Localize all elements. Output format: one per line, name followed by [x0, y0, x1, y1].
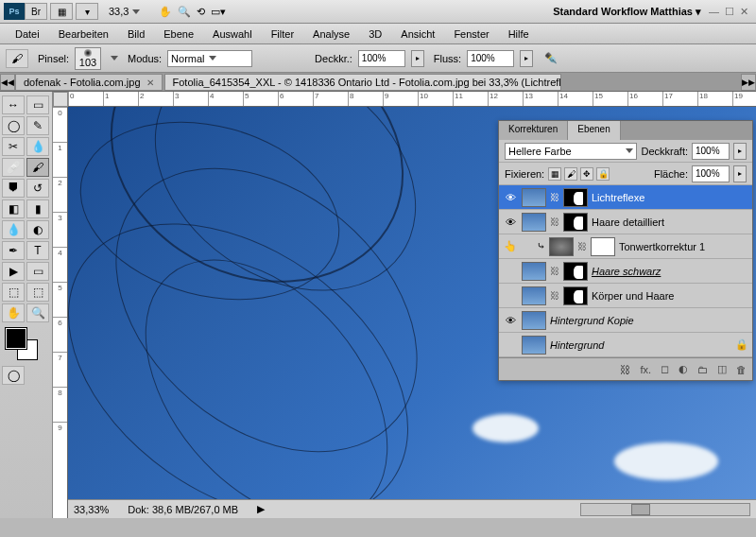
layer-name[interactable]: Haare detailliert	[592, 217, 748, 228]
visibility-icon[interactable]: 👆	[503, 239, 518, 254]
layer-row[interactable]: 👆 ⤷ ⛓ Tonwertkorrektur 1	[499, 234, 752, 259]
layer-name[interactable]: Haare schwarz	[592, 266, 748, 277]
stamp-tool[interactable]: ⛊	[2, 179, 25, 198]
gradient-tool[interactable]: ▮	[26, 199, 49, 218]
layer-thumbnail[interactable]	[522, 188, 546, 207]
flow-slider-button[interactable]: ▸	[520, 50, 533, 67]
flow-input[interactable]: 100%	[467, 50, 514, 67]
visibility-icon[interactable]: 👁	[503, 215, 518, 230]
3d-tool[interactable]: ⬚	[2, 283, 25, 302]
blend-mode-select[interactable]: Normal	[167, 50, 252, 67]
new-layer-icon[interactable]: ◫	[717, 363, 727, 375]
layer-name[interactable]: Lichtreflexe	[592, 192, 748, 203]
ruler-vertical[interactable]: 0123456789	[53, 107, 68, 518]
maximize-button[interactable]: ☐	[725, 6, 734, 18]
minimize-button[interactable]: —	[709, 6, 719, 17]
mask-thumbnail[interactable]	[563, 188, 588, 207]
lock-position-icon[interactable]: ✥	[580, 167, 593, 181]
pen-tool[interactable]: ✒	[2, 241, 25, 260]
close-button[interactable]: ✕	[740, 6, 748, 18]
status-arrow-icon[interactable]: ▶	[257, 503, 265, 515]
document-tab-2[interactable]: Fotolia_6415354_XXL - © 1418336 Ontario …	[164, 74, 561, 91]
layer-thumbnail[interactable]	[522, 262, 546, 281]
hand-tool[interactable]: ✋	[2, 303, 25, 322]
shape-tool[interactable]: ▭	[26, 262, 49, 281]
visibility-icon[interactable]	[503, 264, 518, 279]
menu-file[interactable]: Datei	[6, 26, 49, 43]
bridge-button[interactable]: Br	[25, 3, 47, 20]
zoom-dropdown-icon[interactable]	[132, 9, 140, 14]
visibility-icon[interactable]	[503, 338, 518, 353]
menu-image[interactable]: Bild	[118, 26, 154, 43]
path-select-tool[interactable]: ▶	[2, 262, 25, 281]
layer-mask-icon[interactable]: ◻	[661, 363, 669, 375]
tab-prev-button[interactable]: ◀◀	[0, 74, 15, 91]
fill-arrow[interactable]: ▸	[733, 165, 747, 182]
layer-name[interactable]: Tonwertkorrektur 1	[619, 241, 748, 252]
visibility-icon[interactable]	[503, 288, 518, 303]
history-brush-tool[interactable]: ↺	[26, 179, 49, 198]
layer-row[interactable]: ⛓ Haare schwarz	[499, 259, 752, 284]
layer-opacity-input[interactable]: 100%	[692, 143, 730, 160]
close-icon[interactable]: ✕	[146, 78, 154, 88]
mask-thumbnail[interactable]	[563, 286, 588, 305]
workspace-switcher[interactable]: Standard Workflow Matthias ▾	[553, 6, 701, 18]
tab-layers[interactable]: Ebenen	[568, 121, 620, 140]
layer-name[interactable]: Hintergrund	[550, 339, 731, 351]
current-tool-icon[interactable]: 🖌	[6, 49, 28, 68]
rotate-view-icon[interactable]: ⟲	[197, 6, 205, 18]
move-tool[interactable]: ↔	[2, 95, 25, 114]
layer-row[interactable]: 👁 ⛓ Lichtreflexe	[499, 185, 752, 210]
healing-tool[interactable]: 🩹	[2, 158, 25, 177]
layer-name[interactable]: Hintergrund Kopie	[550, 315, 748, 326]
mask-thumbnail[interactable]	[591, 237, 615, 256]
adjustment-thumbnail[interactable]	[549, 237, 574, 256]
ruler-horizontal[interactable]: 01234567891011121314151617181920	[68, 92, 756, 107]
menu-layer[interactable]: Ebene	[154, 26, 203, 43]
lock-all-icon[interactable]: 🔒	[596, 167, 610, 181]
lock-transparent-icon[interactable]: ▦	[548, 167, 561, 181]
foreground-color[interactable]	[6, 328, 26, 349]
layer-row[interactable]: 👁 Hintergrund Kopie	[499, 308, 752, 333]
eraser-tool[interactable]: ◧	[2, 199, 25, 218]
tab-corrections[interactable]: Korrekturen	[499, 121, 568, 140]
zoom-tool-icon[interactable]: 🔍	[178, 6, 191, 18]
visibility-icon[interactable]: 👁	[503, 313, 518, 328]
layer-name[interactable]: Körper und Haare	[592, 290, 748, 302]
3d-camera-tool[interactable]: ⬚	[26, 283, 49, 302]
brush-tool[interactable]: 🖌	[26, 158, 49, 177]
status-zoom[interactable]: 33,33%	[74, 504, 109, 515]
layer-group-icon[interactable]: 🗀	[697, 364, 708, 375]
layer-row[interactable]: ⛓ Körper und Haare	[499, 284, 752, 308]
mask-thumbnail[interactable]	[563, 213, 588, 232]
layer-thumbnail[interactable]	[522, 286, 546, 305]
layer-thumbnail[interactable]	[522, 213, 546, 232]
menu-filter[interactable]: Filter	[262, 26, 303, 43]
mask-thumbnail[interactable]	[563, 262, 588, 281]
menu-edit[interactable]: Bearbeiten	[49, 26, 118, 43]
screen-mode-icon[interactable]: ▭▾	[211, 6, 226, 18]
layer-blend-mode-select[interactable]: Hellere Farbe	[505, 143, 637, 160]
zoom-level[interactable]: 33,3	[109, 6, 129, 17]
menu-3d[interactable]: 3D	[359, 26, 391, 43]
layer-style-icon[interactable]: fx.	[640, 364, 651, 375]
fill-input[interactable]: 100%	[692, 165, 730, 182]
menu-view[interactable]: Ansicht	[391, 26, 444, 43]
brush-preset-picker[interactable]: 103	[75, 47, 101, 70]
layer-row[interactable]: 👁 ⛓ Haare detailliert	[499, 210, 752, 234]
adjustment-layer-icon[interactable]: ◐	[679, 363, 688, 375]
crop-tool[interactable]: ✂	[2, 137, 25, 156]
lasso-tool[interactable]: ◯	[2, 116, 25, 135]
menu-window[interactable]: Fenster	[444, 26, 498, 43]
eyedropper-tool[interactable]: 💧	[26, 137, 49, 156]
zoom-tool[interactable]: 🔍	[26, 303, 49, 322]
brush-dropdown-icon[interactable]	[111, 56, 118, 61]
menu-help[interactable]: Hilfe	[499, 26, 539, 43]
quickmask-toggle[interactable]: ◯	[2, 366, 25, 385]
ruler-origin[interactable]	[53, 92, 68, 107]
type-tool[interactable]: T	[26, 241, 49, 260]
menu-select[interactable]: Auswahl	[203, 26, 262, 43]
tab-next-button[interactable]: ▶▶	[741, 74, 756, 91]
view-extras-button[interactable]: ▾	[76, 3, 98, 20]
hand-tool-icon[interactable]: ✋	[159, 6, 172, 18]
